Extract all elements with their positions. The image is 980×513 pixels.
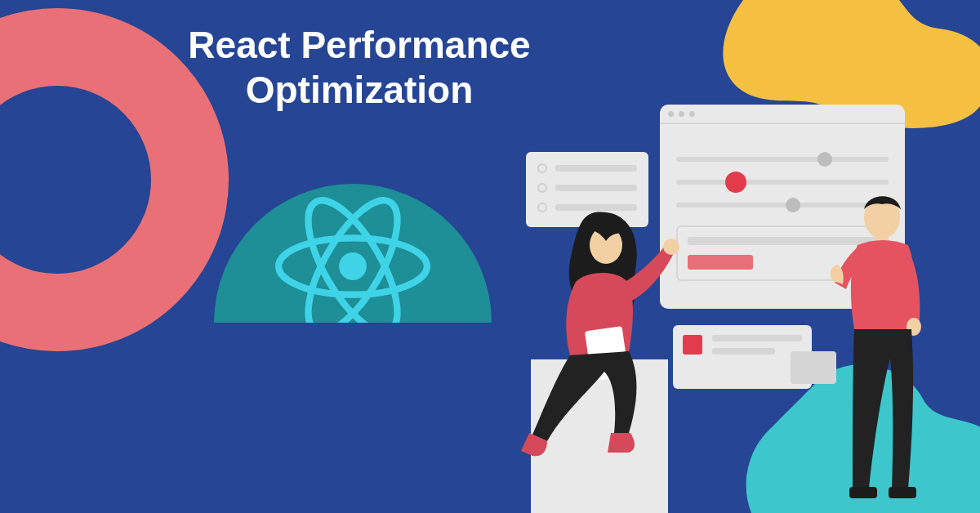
sitting-person-illustration	[506, 188, 694, 466]
svg-point-5	[663, 239, 679, 255]
react-logo-icon	[275, 197, 430, 336]
window-dot-icon	[679, 111, 684, 117]
radio-icon	[537, 163, 547, 173]
window-dot-icon	[668, 111, 674, 117]
browser-titlebar	[660, 105, 905, 124]
title-line-1: React Performance	[147, 23, 572, 68]
placeholder-bar	[712, 348, 775, 355]
window-dot-icon	[689, 111, 695, 117]
slider-thumb-icon	[786, 198, 800, 212]
page-title: React Performance Optimization	[147, 23, 572, 113]
slider-thumb-red-icon	[725, 172, 746, 193]
react-badge	[214, 184, 492, 462]
list-row	[537, 163, 637, 173]
svg-rect-10	[849, 487, 877, 498]
title-line-2: Optimization	[147, 68, 572, 113]
placeholder-bar	[712, 335, 802, 341]
svg-point-0	[339, 252, 367, 280]
placeholder-bar	[555, 165, 637, 172]
standing-person-illustration	[817, 186, 956, 513]
placeholder-bar-red	[688, 255, 753, 270]
slider-illustration	[676, 157, 889, 162]
svg-rect-11	[889, 487, 916, 498]
slider-thumb-icon	[817, 152, 832, 167]
slider-illustration	[676, 180, 889, 185]
text-lines	[712, 335, 802, 379]
